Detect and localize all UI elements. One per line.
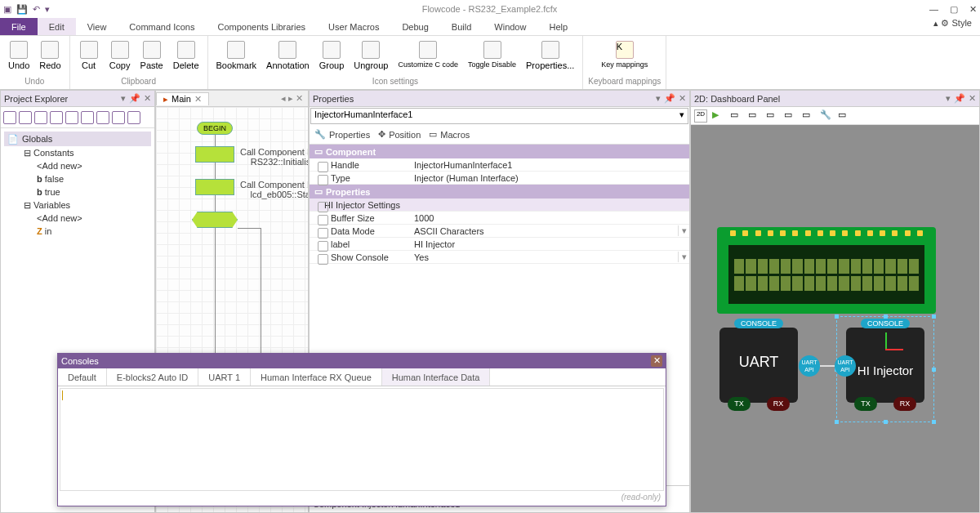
dash-tool-icon[interactable]: ▭ [784, 109, 797, 123]
dash-dropdown-icon[interactable]: ▾ [946, 93, 951, 104]
subtab-properties[interactable]: 🔧 Properties [314, 129, 370, 140]
menu-user-macros[interactable]: User Macros [317, 18, 390, 35]
dashboard-canvas[interactable]: CONSOLE UART TX RX CONSOLE HI Injector T… [691, 125, 979, 512]
pe-tool-icon[interactable] [112, 111, 125, 124]
tree-add-new[interactable]: <Add new> [4, 212, 151, 225]
menu-window[interactable]: Window [483, 18, 537, 35]
pe-pin-icon[interactable]: 📌 [129, 93, 140, 104]
consoles-panel: Consoles✕ Default E-blocks2 Auto ID UART… [57, 353, 666, 506]
dropdown-icon[interactable]: ▾ [678, 252, 689, 262]
dash-tool-icon[interactable]: ▭ [748, 109, 761, 123]
qat-undo-icon[interactable]: ↶ [33, 4, 40, 15]
undo-button[interactable]: Undo [5, 39, 33, 72]
node-loop[interactable]: LoopWhile 1 [192, 212, 238, 228]
menu-help[interactable]: Help [537, 18, 579, 35]
console-tab-uart1[interactable]: UART 1 [198, 368, 251, 386]
properties-button[interactable]: Properties... [523, 39, 577, 72]
close-button[interactable]: ✕ [969, 4, 977, 15]
prop-hi-section[interactable]: HI Injector Settings [310, 200, 414, 210]
pe-tool-icon[interactable] [81, 111, 94, 124]
tab-close-icon[interactable]: ✕ [194, 94, 202, 105]
maximize-button[interactable]: ▢ [950, 4, 958, 15]
node-macro[interactable]: Call Component MacroRS232::Initialise() [195, 146, 234, 163]
pe-dropdown-icon[interactable]: ▾ [121, 93, 126, 104]
dash-play-icon[interactable]: ▶ [712, 109, 725, 123]
dash-tool-icon[interactable]: 🔧 [820, 109, 833, 123]
dropdown-icon[interactable]: ▾ [678, 225, 689, 236]
tree-variables[interactable]: ⊟ Variables [4, 199, 151, 212]
cut-button[interactable]: Cut [75, 39, 103, 72]
tree-true[interactable]: b true [4, 185, 151, 199]
section-component[interactable]: ▭ Component [310, 145, 689, 158]
props-dropdown-icon[interactable]: ▾ [656, 93, 661, 104]
pe-tool-icon[interactable] [34, 111, 47, 124]
minimize-button[interactable]: — [929, 4, 938, 15]
customize-c-button[interactable]: Customize C code [394, 39, 461, 70]
menu-components[interactable]: Components Libraries [206, 18, 317, 35]
props-pin-icon[interactable]: 📌 [664, 93, 675, 104]
menu-edit[interactable]: Edit [38, 18, 76, 35]
node-macro[interactable]: Call Component Macrolcd_eb005::Start() [195, 179, 234, 195]
menu-command-icons[interactable]: Command Icons [118, 18, 206, 35]
qat-save-icon[interactable]: 💾 [16, 4, 28, 15]
group-button[interactable]: Group [316, 39, 348, 72]
toggle-disable-button[interactable]: Toggle Disable [465, 39, 519, 70]
menu-view[interactable]: View [76, 18, 118, 35]
copy-button[interactable]: Copy [106, 39, 134, 72]
dash-pin-icon[interactable]: 📌 [954, 93, 965, 104]
window-title: Flowcode - RS232_Example2.fcfx [50, 4, 929, 14]
prop-label-val[interactable]: HI Injector [414, 239, 689, 249]
props-close-icon[interactable]: ✕ [679, 93, 686, 104]
dash-tool-icon[interactable]: ▭ [730, 109, 743, 123]
dash-tool-icon[interactable]: ▭ [802, 109, 815, 123]
dash-tool-icon[interactable]: ▭ [766, 109, 779, 123]
consoles-close-icon[interactable]: ✕ [651, 355, 662, 367]
tree-add-new[interactable]: <Add new> [4, 159, 151, 172]
pe-tool-icon[interactable] [50, 111, 63, 124]
delete-button[interactable]: Delete [170, 39, 203, 72]
uart-component[interactable]: CONSOLE UART TX RX [719, 328, 798, 403]
tree-constants[interactable]: ⊟ Constants [4, 146, 151, 159]
redo-button[interactable]: Redo [36, 39, 64, 72]
pe-tool-icon[interactable] [65, 111, 78, 124]
menu-debug[interactable]: Debug [390, 18, 439, 35]
console-tab-eblocks[interactable]: E-blocks2 Auto ID [107, 368, 198, 386]
subtab-macros[interactable]: ▭ Macros [429, 129, 470, 140]
pe-tool-icon[interactable] [96, 111, 109, 124]
pe-tool-icon[interactable] [127, 111, 140, 124]
tree-in[interactable]: Z in [4, 225, 151, 238]
section-properties[interactable]: ▭ Properties [310, 185, 689, 199]
console-tab-rxqueue[interactable]: Human Interface RX Queue [251, 368, 382, 386]
prop-handle-val[interactable]: InjectorHumanInterface1 [414, 160, 689, 170]
menu-build[interactable]: Build [440, 18, 483, 35]
pe-tool-icon[interactable] [19, 111, 32, 124]
console-badge: CONSOLE [734, 319, 783, 328]
console-tab-hidata[interactable]: Human Interface Data [382, 368, 491, 386]
keymappings-button[interactable]: KKey mappings [598, 39, 651, 70]
dash-tool-icon[interactable]: ▭ [838, 109, 851, 123]
component-select[interactable]: InjectorHumanInterface1▾ [310, 108, 688, 124]
lcd-component[interactable] [717, 227, 936, 314]
ungroup-button[interactable]: Ungroup [350, 39, 391, 72]
prop-buffer-val[interactable]: 1000 [414, 213, 689, 223]
node-begin[interactable]: BEGIN [197, 122, 233, 135]
prop-show-val[interactable]: Yes [414, 252, 678, 262]
tree-false[interactable]: b false [4, 172, 151, 185]
bookmark-button[interactable]: Bookmark [213, 39, 261, 72]
prop-mode-val[interactable]: ASCII Characters [414, 226, 678, 236]
menu-style[interactable]: ▴ ⚙ Style [925, 18, 980, 35]
paste-button[interactable]: Paste [137, 39, 167, 72]
pe-toolbar [1, 107, 154, 128]
pe-close-icon[interactable]: ✕ [144, 93, 151, 104]
tab-nav[interactable]: ◂ ▸ ✕ [276, 93, 308, 104]
console-tab-default[interactable]: Default [58, 368, 107, 386]
tree-globals[interactable]: 📄 Globals [4, 132, 151, 146]
subtab-position[interactable]: ✥ Position [378, 129, 421, 140]
console-body[interactable] [60, 388, 664, 491]
dash-2d-icon[interactable]: 2D [694, 109, 707, 123]
pe-tool-icon[interactable] [3, 111, 16, 124]
menu-file[interactable]: File [0, 18, 38, 35]
dash-close-icon[interactable]: ✕ [969, 93, 976, 104]
tab-main[interactable]: Main ✕ [156, 92, 209, 105]
annotation-button[interactable]: Annotation [263, 39, 313, 72]
